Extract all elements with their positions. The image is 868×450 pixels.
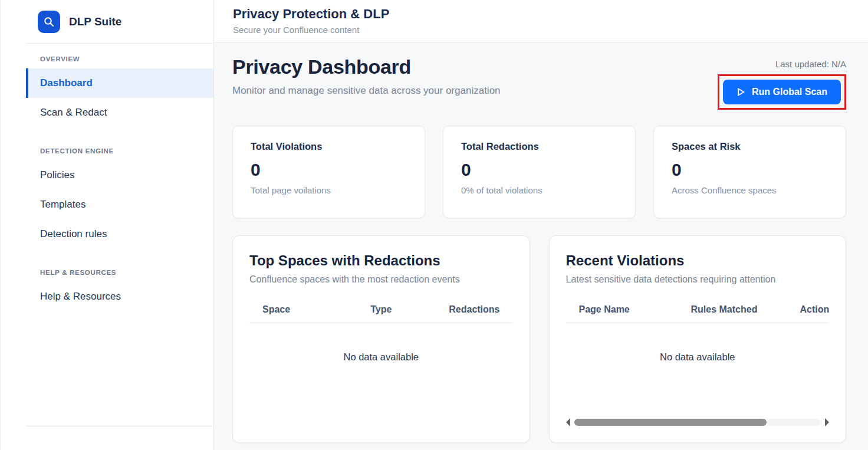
stat-card-spaces-at-risk: Spaces at Risk 0 Across Confluence space… <box>653 126 846 218</box>
stat-caption: Across Confluence spaces <box>672 185 828 195</box>
panel-subtitle: Confluence spaces with the most redactio… <box>249 274 513 285</box>
page-header-title: Privacy Protection & DLP <box>233 6 849 22</box>
page-header: Privacy Protection & DLP Secure your Con… <box>214 0 868 42</box>
sidebar: DLP Suite OVERVIEW Dashboard Scan & Reda… <box>1 0 214 450</box>
sidebar-item-label: Templates <box>40 199 86 211</box>
stat-caption: 0% of total violations <box>461 185 617 195</box>
sidebar-item-label: Dashboard <box>40 77 93 89</box>
panel-recent-violations: Recent Violations Latest sensitive data … <box>549 235 847 443</box>
panel-top-spaces: Top Spaces with Redactions Confluence sp… <box>232 235 530 443</box>
stat-card-total-redactions: Total Redactions 0 0% of total violation… <box>443 126 636 218</box>
app-logo: DLP Suite <box>1 0 213 43</box>
dashboard-title: Privacy Dashboard <box>232 55 501 78</box>
sidebar-item-label: Help & Resources <box>40 291 121 303</box>
nav-section-detection-engine: DETECTION ENGINE <box>40 147 213 155</box>
page-header-subtitle: Secure your Confluence content <box>233 25 849 35</box>
app-window: DLP Suite OVERVIEW Dashboard Scan & Reda… <box>0 0 868 450</box>
sidebar-item-templates[interactable]: Templates <box>26 190 213 219</box>
play-icon <box>737 87 745 97</box>
sidebar-item-label: Policies <box>40 169 75 181</box>
dashboard-content: Privacy Dashboard Monitor and manage sen… <box>214 42 868 450</box>
sidebar-nav: OVERVIEW Dashboard Scan & Redact DETECTI… <box>26 43 213 426</box>
table-top-spaces: Space Type Redactions <box>249 304 513 323</box>
search-icon <box>38 11 60 33</box>
sidebar-item-help-resources[interactable]: Help & Resources <box>26 282 213 311</box>
stat-title: Total Redactions <box>461 141 617 152</box>
stat-value: 0 <box>672 161 828 179</box>
stat-title: Spaces at Risk <box>672 141 828 152</box>
scrollbar-left-arrow-icon[interactable] <box>566 418 570 426</box>
last-updated-text: Last updated: N/A <box>775 59 846 69</box>
annotation-highlight-box: Run Global Scan <box>718 74 846 110</box>
panels-row: Top Spaces with Redactions Confluence sp… <box>232 235 846 443</box>
run-global-scan-button[interactable]: Run Global Scan <box>723 80 841 104</box>
stat-cards-row: Total Violations 0 Total page voilations… <box>232 126 846 218</box>
sidebar-item-label: Detection rules <box>40 228 107 240</box>
horizontal-scrollbar[interactable] <box>566 417 830 427</box>
sidebar-item-detection-rules[interactable]: Detection rules <box>26 219 213 249</box>
panel-title: Recent Violations <box>566 252 830 269</box>
stat-value: 0 <box>461 161 617 179</box>
empty-state-text: No data available <box>249 323 513 363</box>
column-header-redactions: Redactions <box>420 304 499 315</box>
stat-caption: Total page voilations <box>251 185 407 195</box>
column-header-type: Type <box>341 304 420 315</box>
sidebar-item-label: Scan & Redact <box>40 107 107 119</box>
dashboard-subtitle: Monitor and manage sensitive data across… <box>232 85 501 97</box>
scrollbar-track[interactable] <box>574 419 821 426</box>
table-header-row: Page Name Rules Matched Actions <box>566 304 830 323</box>
table-header-row: Space Type Redactions <box>249 304 513 323</box>
dashboard-head-right: Last updated: N/A Run Global Scan <box>718 59 846 110</box>
stat-card-total-violations: Total Violations 0 Total page voilations <box>232 126 425 218</box>
table-recent-violations: Page Name Rules Matched Actions <box>566 304 830 323</box>
dashboard-head-left: Privacy Dashboard Monitor and manage sen… <box>232 55 501 97</box>
nav-section-help-resources: HELP & RESOURCES <box>40 269 213 276</box>
stat-title: Total Violations <box>251 141 407 152</box>
empty-state-text: No data available <box>566 323 830 363</box>
sidebar-item-scan-redact[interactable]: Scan & Redact <box>26 98 213 127</box>
column-header-actions: Actions <box>800 304 830 315</box>
stat-value: 0 <box>251 161 407 179</box>
column-header-page-name: Page Name <box>579 304 691 315</box>
nav-section-overview: OVERVIEW <box>40 55 213 63</box>
main-area: Privacy Protection & DLP Secure your Con… <box>214 0 868 450</box>
run-global-scan-label: Run Global Scan <box>752 87 827 97</box>
dashboard-head: Privacy Dashboard Monitor and manage sen… <box>232 55 846 110</box>
scrollbar-thumb[interactable] <box>574 419 767 426</box>
panel-title: Top Spaces with Redactions <box>249 252 513 269</box>
column-header-space: Space <box>262 304 341 315</box>
scrollbar-right-arrow-icon[interactable] <box>825 418 829 426</box>
panel-subtitle: Latest sensitive data detections requiri… <box>566 274 830 285</box>
sidebar-item-policies[interactable]: Policies <box>26 160 213 190</box>
app-title: DLP Suite <box>69 15 121 28</box>
column-header-rules-matched: Rules Matched <box>691 304 800 315</box>
sidebar-item-dashboard[interactable]: Dashboard <box>26 68 213 98</box>
